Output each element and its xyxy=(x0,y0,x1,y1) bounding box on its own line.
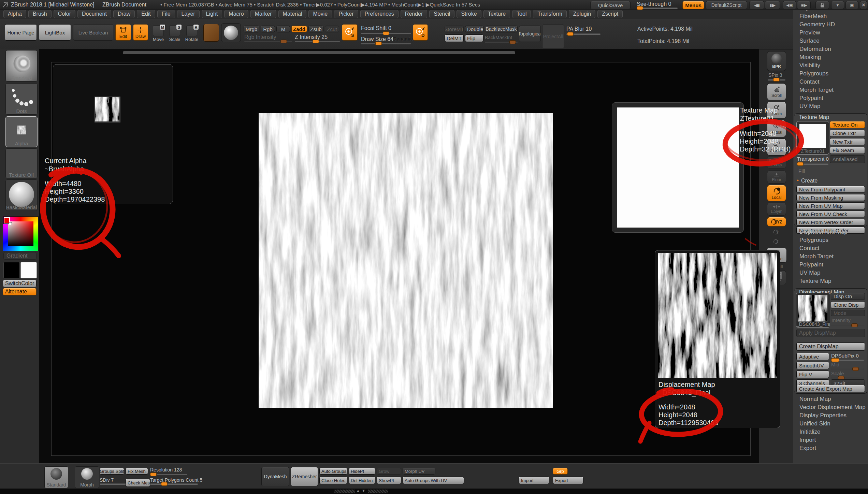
smooth-uv-button[interactable]: SmoothUV xyxy=(796,362,829,369)
tool-subpalette-item[interactable]: FiberMesh xyxy=(793,12,868,20)
live-boolean-button[interactable]: Live Boolean xyxy=(73,24,113,41)
local-button[interactable]: Local xyxy=(767,185,786,201)
bottom-brush-thumbnail[interactable]: Standard xyxy=(44,466,68,488)
texture-on-button[interactable]: Texture On xyxy=(830,121,865,128)
texture-thumbnail[interactable]: ZTexture01 xyxy=(796,121,829,155)
tool-subpalette-item[interactable]: Morph Target xyxy=(793,252,868,261)
current-texture-thumbnail[interactable]: Texture Off xyxy=(5,148,38,178)
rot-y-button[interactable]: Y xyxy=(767,228,786,236)
fill-item[interactable]: Fill xyxy=(798,168,805,174)
focal-shift-slider[interactable] xyxy=(361,33,411,34)
double-button[interactable]: Double xyxy=(465,26,483,32)
tool-subpalette-item[interactable]: Surface xyxy=(793,37,868,45)
switch-color-button[interactable]: SwitchColor xyxy=(3,280,37,287)
rotate-button[interactable]: R Rotate xyxy=(184,25,199,42)
tray-resize-handle[interactable] xyxy=(368,490,388,493)
mrgb-button[interactable]: Mrgb xyxy=(244,26,259,32)
color-picker[interactable] xyxy=(3,216,39,251)
tray-handle-up-icon[interactable]: ▲ xyxy=(356,489,360,493)
draw-size-slider[interactable] xyxy=(361,43,411,44)
rgb-button[interactable]: Rgb xyxy=(261,26,275,32)
home-page-button[interactable]: Home Page xyxy=(5,24,37,41)
menu-item[interactable]: Texture xyxy=(483,10,510,18)
z-intensity-slider[interactable] xyxy=(295,41,340,42)
close-holes-button[interactable]: Close Holes xyxy=(319,477,347,484)
scroll-button[interactable]: Scroll xyxy=(767,83,786,100)
lock-icon[interactable] xyxy=(815,1,829,9)
texture-map-header[interactable]: Texture Map xyxy=(799,114,829,120)
mode-button[interactable]: Mode xyxy=(831,310,865,316)
create-export-map-button[interactable]: Create And Export Map xyxy=(796,385,865,392)
menu-item[interactable]: Brush xyxy=(28,10,52,18)
new-txtr-button[interactable]: New Txtr xyxy=(830,138,865,145)
tool-subpalette-item[interactable]: Display Properties xyxy=(793,411,868,420)
menu-item[interactable]: Color xyxy=(54,10,75,18)
tool-subpalette-item[interactable]: Polygroups xyxy=(793,70,868,78)
menu-item[interactable]: Transform xyxy=(533,10,566,18)
tool-subpalette-item[interactable]: Normal Map xyxy=(793,395,868,403)
new-from-button[interactable]: New From Polypaint xyxy=(796,186,865,193)
secondary-color-swatch[interactable] xyxy=(20,262,37,278)
new-from-button[interactable]: New From UV Check xyxy=(796,210,865,217)
edit-button[interactable]: Edit xyxy=(115,24,131,41)
del-hidden-button[interactable]: Del Hidden xyxy=(349,477,375,484)
antialiased-button[interactable]: Antialiased xyxy=(830,155,865,163)
adaptive-button[interactable]: Adaptive xyxy=(796,353,829,360)
create-item[interactable]: Create xyxy=(801,178,818,184)
tool-subpalette-item[interactable]: UV Map xyxy=(793,102,868,111)
scale-slider[interactable] xyxy=(831,377,864,379)
backface-mask-button[interactable]: BackfaceMask xyxy=(485,26,518,32)
resolution-slider[interactable] xyxy=(150,474,187,475)
new-from-button[interactable]: New From Masking xyxy=(796,194,865,201)
import-button[interactable]: Import xyxy=(519,477,549,484)
menu-item[interactable]: Alpha xyxy=(3,10,26,18)
gradient-button[interactable]: Gradient xyxy=(3,252,37,260)
pa-blur-slider[interactable] xyxy=(566,33,601,35)
zcut-button[interactable]: Zcut xyxy=(325,26,339,32)
dynamic-persp-button[interactable]: Dynamic Persp xyxy=(767,156,786,169)
canvas-h-scrollbar[interactable] xyxy=(123,51,515,54)
tool-subpalette-item[interactable]: Polypaint xyxy=(793,94,868,102)
morph-uv-button[interactable]: Morph UV xyxy=(403,468,435,475)
xyz-button[interactable]: XYZ xyxy=(767,217,786,227)
displacement-thumbnail[interactable]: _DSC0843_Final xyxy=(796,293,830,328)
menu-item[interactable]: Layer xyxy=(177,10,200,18)
tray-handle-down-icon[interactable]: ▼ xyxy=(362,489,365,493)
panel-collapse-right-icon[interactable]: ▮▮▶ xyxy=(765,1,780,9)
alternate-button[interactable]: Alternate xyxy=(3,288,37,295)
project-all-button[interactable]: ProjectAll xyxy=(542,24,564,49)
tool-subpalette-item[interactable]: Export xyxy=(793,444,868,452)
tool-subpalette-item[interactable]: Vector Displacement Map xyxy=(793,403,868,411)
bpr-button[interactable]: BPR xyxy=(767,51,786,71)
menu-item[interactable]: Zscript xyxy=(597,10,623,18)
current-alpha-thumbnail[interactable]: Alpha xyxy=(5,116,38,147)
material-swatch[interactable] xyxy=(221,23,241,42)
minimize-icon[interactable]: ▼ xyxy=(831,1,844,9)
main-color-swatch[interactable] xyxy=(3,262,20,278)
menu-item[interactable]: Document xyxy=(77,10,111,18)
menu-item[interactable]: Preferences xyxy=(360,10,399,18)
clone-txtr-button[interactable]: Clone Txtr xyxy=(830,130,865,137)
intensity-slider[interactable] xyxy=(831,325,864,326)
flip-button[interactable]: Flip xyxy=(465,34,483,42)
mid-slider[interactable] xyxy=(831,368,864,370)
tool-subpalette-item[interactable]: Geometry HD xyxy=(793,20,868,29)
tool-subpalette-item[interactable]: Texture Map xyxy=(793,277,868,285)
tray-resize-handle[interactable] xyxy=(334,490,355,493)
menu-item[interactable]: File xyxy=(157,10,175,18)
menu-item[interactable]: Render xyxy=(401,10,427,18)
bark-render[interactable] xyxy=(259,113,553,408)
menu-item[interactable]: Stroke xyxy=(457,10,481,18)
disp-on-button[interactable]: Disp On xyxy=(831,293,865,300)
tool-subpalette-item[interactable]: Morph Target xyxy=(793,86,868,94)
create-dispmap-button[interactable]: Create DispMap xyxy=(796,343,865,351)
tool-subpalette-item[interactable]: Unified Skin xyxy=(793,420,868,428)
window-shift-right-icon[interactable]: ▣▶ xyxy=(797,1,811,9)
grp-button[interactable]: Grp xyxy=(553,468,568,475)
floor-button[interactable]: Floor xyxy=(767,171,786,184)
dp-subpix-slider[interactable] xyxy=(831,360,864,361)
fix-mesh-button[interactable]: Fix Mesh xyxy=(126,468,148,475)
sculptris-pro-button[interactable]: S xyxy=(342,24,358,41)
fix-seam-button[interactable]: Fix Seam xyxy=(830,147,865,154)
rgb-intensity-slider[interactable] xyxy=(244,41,292,42)
